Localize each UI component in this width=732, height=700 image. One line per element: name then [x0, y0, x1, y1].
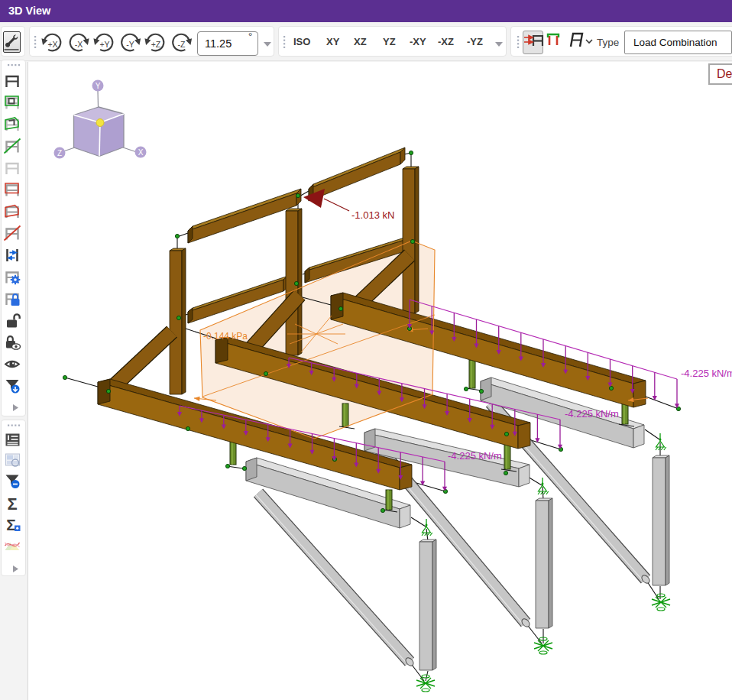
svg-text:-X: -X — [75, 40, 83, 49]
svg-text:Y: Y — [96, 82, 101, 90]
svg-text:X: X — [138, 148, 144, 157]
svg-text:Σ: Σ — [7, 494, 17, 514]
svg-text:Z: Z — [57, 149, 62, 157]
svg-text:-4.225 kN/m: -4.225 kN/m — [681, 368, 732, 379]
svg-text:+Y: +Y — [99, 40, 109, 49]
svg-text:-4.225 kN/m: -4.225 kN/m — [565, 408, 619, 420]
svg-text:-0.144 kPa: -0.144 kPa — [203, 331, 248, 342]
svg-text:+X: +X — [47, 40, 57, 49]
svg-text:-Y: -Y — [126, 40, 134, 49]
svg-text:+Z: +Z — [151, 40, 161, 49]
svg-text:-Z: -Z — [178, 40, 186, 49]
svg-text:Σ: Σ — [6, 516, 16, 533]
svg-text:-1.013 kN: -1.013 kN — [351, 209, 394, 221]
svg-text:-4.225 kN/m: -4.225 kN/m — [448, 450, 502, 462]
